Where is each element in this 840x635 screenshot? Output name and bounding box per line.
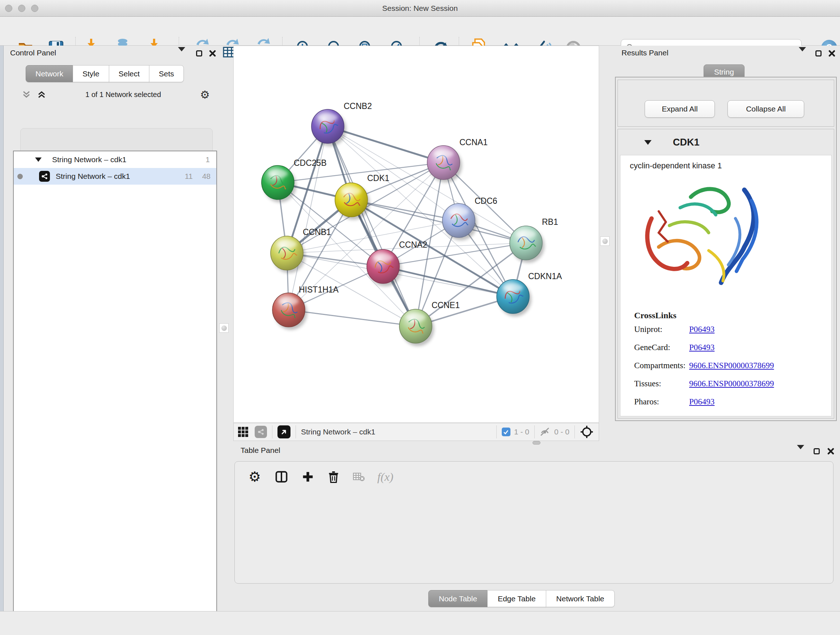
entry-collapse-icon[interactable] (644, 140, 652, 145)
fit-selected-crosshair-button[interactable] (580, 425, 594, 439)
table-panel-close-icon[interactable] (827, 448, 834, 455)
function-builder-icon[interactable]: f(x) (377, 470, 393, 484)
left-splitter-handle[interactable] (219, 323, 229, 333)
delete-column-trash-icon[interactable] (328, 470, 339, 483)
network-node-CDKN1A[interactable]: CDKN1A (497, 272, 562, 317)
control-panel-title: Control Panel (10, 49, 56, 57)
network-node-CCNA1[interactable]: CCNA1 (427, 138, 488, 182)
network-edge-CCNB2-CCNE1[interactable] (328, 126, 416, 326)
main-toolbar: ? (0, 17, 840, 46)
network-selector-bar: 1 of 1 Network selected ⚙ (13, 85, 217, 104)
gene-description: cyclin-dependent kinase 1 (621, 155, 831, 171)
crosslinks-list: Uniprot:P06493GeneCard:P06493Compartment… (621, 320, 831, 411)
window-title: Session: New Session (382, 4, 458, 13)
tab-edge-table[interactable]: Edge Table (487, 590, 546, 607)
results-panel-close-icon[interactable] (829, 50, 835, 57)
crosslink-label: Uniprot: (621, 325, 689, 334)
tab-select[interactable]: Select (109, 65, 149, 82)
selected-count-checkbox-icon[interactable] (502, 428, 510, 436)
tab-node-table[interactable]: Node Table (428, 590, 488, 607)
background-window-sliver (0, 46, 4, 611)
crosslink-link[interactable]: 9606.ENSP00000378699 (689, 361, 774, 371)
network-label: String Network – cdk1 (56, 172, 130, 181)
selected-node-edge-counts: 1 - 0 (514, 428, 529, 436)
network-edge-CCNA2-CDKN1A[interactable] (383, 266, 513, 296)
tab-style[interactable]: Style (73, 65, 109, 82)
node-label-CDK1: CDK1 (367, 173, 389, 183)
node-label-CCNA1: CCNA1 (459, 138, 488, 147)
crosslink-link[interactable]: 9606.ENSP00000378699 (689, 379, 774, 388)
results-panel-menu-icon[interactable] (799, 51, 806, 58)
network-overview-button[interactable] (255, 426, 267, 438)
string-network-icon (39, 171, 50, 182)
tab-sets[interactable]: Sets (149, 65, 184, 82)
network-view-canvas[interactable]: CCNB2CCNA1CDC25BCDK1CDC6RB1CCNB1CCNA2CDK… (233, 46, 599, 423)
crosslink-label: GeneCard: (621, 343, 689, 352)
delete-table-icon[interactable] (353, 472, 365, 482)
network-tree: String Network – cdk1 1 String Network –… (13, 150, 217, 635)
crosslink-label: Tissues: (621, 379, 689, 388)
network-row[interactable]: String Network – cdk1 11 48 (14, 168, 216, 185)
collection-label: String Network – cdk1 (52, 155, 126, 164)
network-node-count: 11 (185, 172, 193, 181)
minimize-window-icon[interactable] (18, 5, 25, 12)
show-columns-icon[interactable] (275, 470, 287, 483)
control-panel-close-icon[interactable] (209, 50, 216, 57)
table-options-gear-icon[interactable]: ⚙ (248, 469, 261, 485)
table-panel-box: ⚙ f(x) shared namenamecanonical namedata… (234, 461, 834, 584)
toolbar-separator (295, 425, 296, 439)
collapse-all-networks-icon[interactable] (22, 90, 31, 99)
application-window: Session: New Session (0, 0, 840, 635)
network-options-gear-icon[interactable]: ⚙ (200, 88, 210, 101)
results-panel-float-icon[interactable] (815, 50, 821, 57)
hidden-node-edge-counts: 0 - 0 (554, 428, 569, 436)
table-panel-menu-icon[interactable] (797, 449, 804, 456)
string-network-graph[interactable]: CCNB2CCNA1CDC25BCDK1CDC6RB1CCNB1CCNA2CDK… (234, 46, 599, 423)
crosslink-row: Compartments:9606.ENSP00000378699 (621, 356, 831, 375)
collection-expand-icon[interactable] (35, 157, 42, 162)
table-panel-float-icon[interactable] (813, 448, 820, 454)
gene-entry-header[interactable]: CDK1 (618, 129, 834, 155)
tab-network-table[interactable]: Network Table (546, 590, 615, 607)
crosslink-row: GeneCard:P06493 (621, 339, 831, 356)
node-label-RB1: RB1 (542, 217, 558, 226)
crosslink-link[interactable]: P06493 (689, 397, 714, 407)
network-selected-status: 1 of 1 Network selected (46, 90, 200, 99)
expand-all-networks-icon[interactable] (37, 90, 46, 99)
close-window-icon[interactable] (5, 5, 12, 12)
tab-network[interactable]: Network (26, 65, 73, 82)
network-view-title: String Network – cdk1 (301, 428, 375, 436)
bottom-splitter-handle[interactable] (532, 441, 540, 445)
network-node-RB1[interactable]: RB1 (510, 217, 558, 263)
status-bar: Memory (0, 611, 840, 635)
node-label-CDC6: CDC6 (475, 196, 497, 206)
crosslink-row: Tissues:9606.ENSP00000378699 (621, 375, 831, 393)
control-panel-menu-icon[interactable] (178, 51, 185, 58)
network-node-CCNE1[interactable]: CCNE1 (399, 301, 460, 346)
crosslink-link[interactable]: P06493 (689, 343, 714, 352)
table-type-tabs: Node TableEdge TableNetwork Table (429, 590, 615, 607)
create-column-plus-icon[interactable] (302, 471, 314, 483)
control-panel: Control Panel NetworkStyleSelectSets 1 o… (4, 46, 214, 611)
zoom-window-icon[interactable] (31, 5, 38, 12)
collapse-all-button[interactable]: Collapse All (728, 100, 804, 118)
crosslink-label: Pharos: (621, 397, 689, 407)
birdseye-toggle-button[interactable] (278, 425, 291, 439)
network-node-CCNB2[interactable]: CCNB2 (311, 101, 372, 146)
expand-all-button[interactable]: Expand All (645, 100, 715, 118)
network-node-CDK1[interactable]: CDK1 (335, 173, 389, 220)
graphics-details-button[interactable] (237, 426, 249, 438)
crosslink-row: Uniprot:P06493 (621, 320, 831, 339)
network-node-HIST1H1A[interactable]: HIST1H1A (272, 285, 339, 330)
right-splitter-handle[interactable] (600, 236, 609, 246)
crosslink-label: Compartments: (621, 361, 689, 371)
collection-count: 1 (205, 155, 210, 164)
node-label-CCNE1: CCNE1 (431, 301, 460, 310)
network-node-CCNB1[interactable]: CCNB1 (271, 227, 331, 273)
node-label-CCNB1: CCNB1 (303, 227, 331, 237)
network-edge-HIST1H1A-CCNE1[interactable] (289, 310, 416, 326)
network-collection-row[interactable]: String Network – cdk1 1 (14, 151, 216, 168)
hidden-eye-icon[interactable] (540, 427, 551, 437)
control-panel-float-icon[interactable] (196, 50, 202, 57)
crosslink-link[interactable]: P06493 (689, 325, 714, 334)
